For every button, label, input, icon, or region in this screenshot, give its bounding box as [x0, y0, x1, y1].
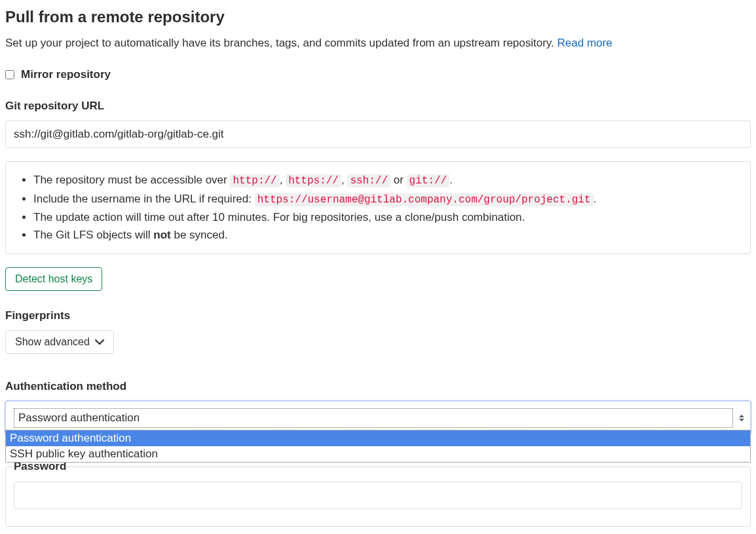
- help-bold-not: not: [153, 229, 170, 241]
- help-text: The Git LFS objects will: [33, 229, 153, 241]
- password-section: Password: [5, 467, 751, 527]
- help-text: be synced.: [171, 229, 228, 241]
- page-title: Pull from a remote repository: [5, 8, 751, 26]
- auth-method-label: Authentication method: [5, 380, 751, 393]
- subtitle-text: Set up your project to automatically hav…: [5, 37, 558, 49]
- git-repo-url-input[interactable]: [5, 121, 751, 148]
- auth-option-ssh[interactable]: SSH public key authentication: [6, 446, 750, 462]
- show-advanced-label: Show advanced: [15, 336, 90, 348]
- help-line-timeout: The update action will time out after 10…: [33, 208, 738, 226]
- select-caret-icon: [738, 415, 745, 421]
- auth-method-dropdown: Password authentication SSH public key a…: [5, 430, 751, 463]
- detect-host-keys-button[interactable]: Detect host keys: [5, 267, 102, 291]
- help-line-protocols: The repository must be accessible over h…: [33, 171, 738, 190]
- mirror-repository-label: Mirror repository: [21, 68, 111, 81]
- git-repo-url-label: Git repository URL: [5, 100, 751, 113]
- page-subtitle: Set up your project to automatically hav…: [5, 37, 751, 50]
- help-text: ,: [341, 174, 347, 186]
- read-more-link[interactable]: Read more: [558, 37, 613, 49]
- code-http: http://: [230, 174, 279, 187]
- help-text: ,: [280, 174, 286, 186]
- code-https: https://: [286, 174, 341, 187]
- help-line-lfs: The Git LFS objects will not be synced.: [33, 226, 738, 244]
- help-text: .: [449, 174, 453, 186]
- help-text: Include the username in the URL if requi…: [33, 193, 255, 205]
- help-line-username: Include the username in the URL if requi…: [33, 190, 738, 209]
- auth-option-password[interactable]: Password authentication: [6, 430, 750, 446]
- help-text: .: [594, 193, 597, 205]
- code-example-url: https://username@gitlab.company.com/grou…: [255, 193, 594, 206]
- chevron-down-icon: [95, 339, 104, 345]
- help-panel: The repository must be accessible over h…: [5, 161, 751, 254]
- code-ssh: ssh://: [347, 174, 390, 187]
- mirror-repository-checkbox[interactable]: [5, 70, 14, 79]
- code-git: git://: [407, 174, 450, 187]
- help-text: The repository must be accessible over: [33, 174, 230, 186]
- help-text: or: [390, 174, 407, 186]
- auth-method-selected-value: Password authentication: [14, 408, 733, 428]
- password-input[interactable]: [14, 482, 742, 509]
- show-advanced-button[interactable]: Show advanced: [5, 330, 114, 354]
- fingerprints-label: Fingerprints: [5, 309, 751, 322]
